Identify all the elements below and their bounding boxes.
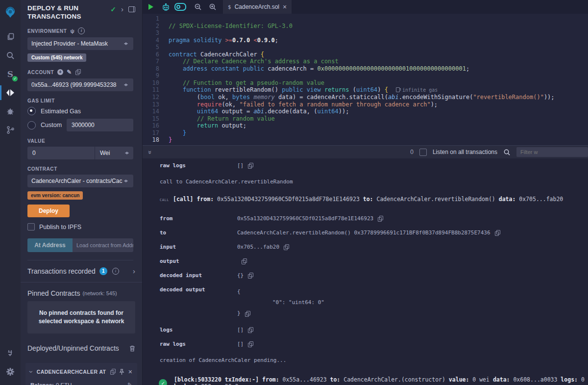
deploy-run-icon[interactable] bbox=[0, 83, 21, 102]
copy-account-icon[interactable] bbox=[75, 69, 80, 75]
line-number: 1 bbox=[143, 15, 159, 23]
copy-icon[interactable] bbox=[284, 244, 289, 250]
copy-icon[interactable] bbox=[378, 216, 383, 222]
code-line[interactable]: 13 require(ok, "failed to fetch a random… bbox=[143, 101, 588, 108]
evm-version-badge: evm version: cancun bbox=[27, 191, 83, 200]
code-line[interactable]: 18} bbox=[143, 136, 588, 144]
code-line[interactable]: 5 bbox=[143, 44, 588, 51]
terminal-search-icon[interactable] bbox=[503, 149, 511, 156]
account-label: ACCOUNT bbox=[27, 70, 54, 75]
code-line[interactable]: 10 // Function to get a pseudo-random va… bbox=[143, 79, 588, 87]
zoom-in-icon[interactable] bbox=[206, 1, 219, 12]
estimated-gas-option[interactable]: Estimated Gas bbox=[27, 107, 133, 115]
radio-custom-gas[interactable] bbox=[27, 121, 36, 129]
contract-label: CONTRACT bbox=[27, 166, 57, 172]
code-line[interactable]: 3 bbox=[143, 29, 588, 37]
code-line[interactable]: 16 return output; bbox=[143, 122, 588, 129]
copilot-toggle-icon[interactable] bbox=[174, 1, 187, 12]
terminal-filter-input[interactable] bbox=[516, 147, 588, 157]
zoom-out-icon[interactable] bbox=[192, 1, 204, 12]
tab-cadencearch-sol[interactable]: $ CadenceArch.sol × bbox=[223, 0, 292, 14]
edit-account-icon[interactable]: ✎ bbox=[67, 69, 72, 76]
environment-select[interactable]: Injected Provider - MetaMask bbox=[27, 37, 133, 50]
code-line[interactable]: 2// SPDX-License-Identifier: GPL-3.0 bbox=[143, 23, 588, 30]
deployed-contract-card: › CADENCEARCHCALER AT 0X × Balance: 0 ET… bbox=[25, 363, 137, 385]
listen-all-checkbox[interactable] bbox=[419, 149, 427, 156]
panel-chevron-icon[interactable]: › bbox=[121, 7, 123, 12]
remix-logo-icon[interactable] bbox=[0, 3, 21, 22]
code-line[interactable]: 8 address constant public cadenceArch = … bbox=[143, 65, 588, 73]
panel-title: DEPLOY & RUN TRANSACTIONS bbox=[27, 4, 110, 21]
transactions-recorded-row[interactable]: Transactions recorded 1 i › bbox=[21, 260, 142, 282]
collapse-card-icon[interactable]: › bbox=[27, 371, 35, 373]
balance-label: Balance: bbox=[30, 382, 54, 385]
at-address-input[interactable]: Load contract from Addres bbox=[73, 238, 133, 252]
code-line[interactable]: 15 // Return random value bbox=[143, 115, 588, 123]
code-line[interactable]: 17 } bbox=[143, 129, 588, 137]
settings-gear-icon[interactable] bbox=[0, 362, 21, 381]
run-script-play-icon[interactable] bbox=[145, 1, 157, 12]
copy-icon[interactable] bbox=[248, 163, 253, 169]
copy-address-icon[interactable] bbox=[110, 369, 115, 375]
code-line[interactable]: 12 (bool ok, bytes memory data) = cadenc… bbox=[143, 94, 588, 101]
balance-value: 0 ETH bbox=[56, 382, 72, 385]
remove-contract-icon[interactable]: × bbox=[128, 369, 132, 374]
infinite-gas-annotation: infinite gas bbox=[396, 87, 438, 93]
terminal-entry-text: creation of CadenceArchCaler pending... bbox=[160, 357, 588, 363]
code-line[interactable]: 14 uint64 output = abi.decode(data, (uin… bbox=[143, 108, 588, 115]
publish-ipfs-checkbox[interactable] bbox=[27, 223, 35, 231]
transactions-info-icon[interactable]: i bbox=[112, 268, 119, 275]
pin-panel-icon[interactable] bbox=[128, 6, 135, 12]
collapse-terminal-icon[interactable]: » bbox=[147, 150, 154, 154]
environment-label: ENVIRONMENT bbox=[27, 28, 67, 34]
code-line[interactable]: 9 bbox=[143, 72, 588, 79]
copy-icon[interactable] bbox=[245, 311, 250, 317]
terminal-header: » 0 Listen on all transactions bbox=[143, 145, 588, 158]
copy-icon[interactable] bbox=[242, 258, 246, 264]
code-line[interactable]: 6contract CadenceArchCaler { bbox=[143, 51, 588, 58]
value-input[interactable]: 0 bbox=[27, 147, 95, 159]
clear-contracts-trash-icon[interactable] bbox=[129, 345, 135, 352]
run-scripts-branch-icon[interactable] bbox=[0, 121, 21, 139]
edit-balance-icon[interactable]: ✎ bbox=[127, 382, 132, 385]
copy-icon[interactable] bbox=[248, 273, 253, 279]
plugin-manager-icon[interactable] bbox=[0, 344, 21, 362]
terminal-entry-block[interactable]: ✓[block:5033220 txIndex:-] from: 0x55a..… bbox=[160, 376, 588, 385]
value-unit-select[interactable]: Wei bbox=[95, 147, 133, 159]
radio-estimated-gas[interactable] bbox=[27, 107, 36, 115]
add-account-icon[interactable]: + bbox=[57, 69, 63, 75]
account-select[interactable]: 0x55a...46923 (999.9999453238 bbox=[27, 78, 133, 91]
gas-pump-icon bbox=[396, 87, 400, 92]
deploy-button[interactable]: Deploy bbox=[27, 205, 70, 217]
file-explorer-icon[interactable] bbox=[0, 27, 21, 46]
debugger-icon[interactable] bbox=[0, 102, 21, 121]
pin-contract-icon[interactable] bbox=[119, 369, 124, 375]
icon-rail: S ✓ bbox=[0, 0, 21, 385]
code-line[interactable]: 1 bbox=[143, 15, 588, 23]
code-line[interactable]: 11 function revertibleRandom() public vi… bbox=[143, 86, 588, 94]
terminal-log[interactable]: raw logs[]call to CadenceArchCaler.rever… bbox=[143, 158, 588, 385]
at-address-button[interactable]: At Address bbox=[27, 238, 73, 252]
publish-ipfs-option[interactable]: Publish to IPFS bbox=[27, 223, 133, 231]
custom-gas-option[interactable]: Custom 3000000 bbox=[27, 119, 133, 131]
line-number: 17 bbox=[143, 129, 159, 137]
environment-info-icon[interactable]: i bbox=[78, 27, 85, 34]
code-editor[interactable]: 12// SPDX-License-Identifier: GPL-3.034p… bbox=[143, 14, 588, 147]
pinned-empty-message: No pinned contracts found forselected wo… bbox=[27, 301, 135, 334]
custom-gas-input[interactable]: 3000000 bbox=[67, 119, 133, 131]
close-tab-icon[interactable]: × bbox=[283, 4, 287, 9]
code-line[interactable]: 4pragma solidity >=0.7.0 <0.9.0; bbox=[143, 37, 588, 44]
line-number: 6 bbox=[143, 51, 159, 58]
copy-icon[interactable] bbox=[248, 327, 253, 333]
ai-assistant-robot-icon[interactable] bbox=[159, 1, 172, 12]
copy-icon[interactable] bbox=[248, 341, 253, 347]
line-number: 7 bbox=[143, 58, 159, 65]
solidity-compiler-icon[interactable]: S ✓ bbox=[0, 65, 21, 83]
contract-select[interactable]: CadenceArchCaler - contracts/Cac bbox=[27, 175, 133, 187]
terminal-entry-row: toCadenceArchCaler.revertibleRandom() 0x… bbox=[160, 230, 588, 236]
search-icon[interactable] bbox=[0, 46, 21, 65]
code-line[interactable]: 7 // Declare Cadence Arch's address as a… bbox=[143, 58, 588, 65]
terminal-entry-text: call to CadenceArchCaler.revertibleRando… bbox=[160, 179, 588, 185]
transactions-expand-icon[interactable]: › bbox=[133, 269, 135, 274]
copy-icon[interactable] bbox=[495, 230, 500, 236]
